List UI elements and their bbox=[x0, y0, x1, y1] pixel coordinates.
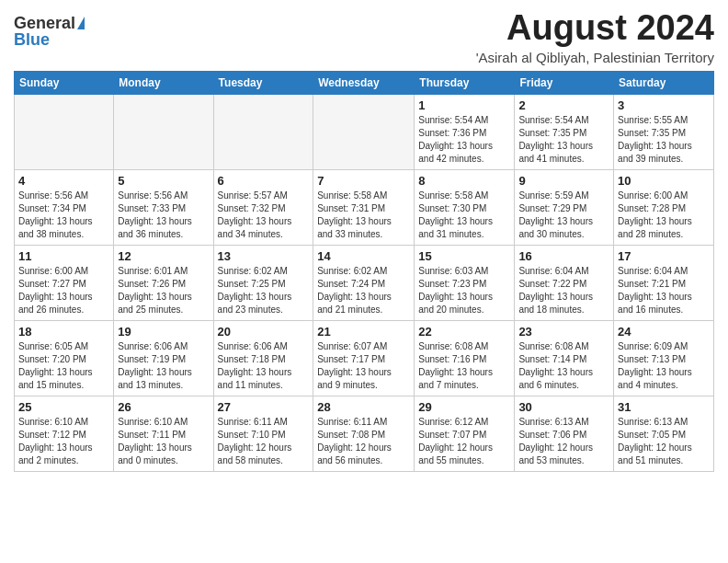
day-info: Sunrise: 6:13 AM Sunset: 7:06 PM Dayligh… bbox=[518, 416, 609, 467]
logo: General Blue bbox=[14, 15, 85, 48]
logo-blue-text: Blue bbox=[14, 31, 50, 48]
day-number: 6 bbox=[218, 174, 310, 188]
day-info: Sunrise: 6:08 AM Sunset: 7:14 PM Dayligh… bbox=[518, 340, 609, 392]
day-number: 13 bbox=[218, 249, 310, 263]
calendar-cell bbox=[15, 94, 114, 169]
day-info: Sunrise: 6:00 AM Sunset: 7:27 PM Dayligh… bbox=[18, 265, 109, 316]
calendar-cell: 2Sunrise: 5:54 AM Sunset: 7:35 PM Daylig… bbox=[515, 94, 614, 169]
day-info: Sunrise: 5:55 AM Sunset: 7:35 PM Dayligh… bbox=[618, 114, 710, 166]
calendar-cell: 11Sunrise: 6:00 AM Sunset: 7:27 PM Dayli… bbox=[15, 245, 114, 320]
calendar-cell: 1Sunrise: 5:54 AM Sunset: 7:36 PM Daylig… bbox=[415, 94, 515, 169]
calendar-cell: 30Sunrise: 6:13 AM Sunset: 7:06 PM Dayli… bbox=[515, 396, 614, 471]
calendar-cell bbox=[313, 94, 415, 169]
day-number: 1 bbox=[418, 98, 510, 112]
calendar-cell: 6Sunrise: 5:57 AM Sunset: 7:32 PM Daylig… bbox=[213, 169, 313, 245]
calendar-cell: 3Sunrise: 5:55 AM Sunset: 7:35 PM Daylig… bbox=[614, 94, 714, 169]
day-number: 12 bbox=[118, 249, 209, 263]
calendar-cell: 19Sunrise: 6:06 AM Sunset: 7:19 PM Dayli… bbox=[114, 320, 213, 396]
calendar-header-row: SundayMondayTuesdayWednesdayThursdayFrid… bbox=[15, 71, 714, 94]
calendar-cell: 7Sunrise: 5:58 AM Sunset: 7:31 PM Daylig… bbox=[313, 169, 415, 245]
day-info: Sunrise: 6:02 AM Sunset: 7:25 PM Dayligh… bbox=[218, 265, 310, 316]
calendar-cell: 24Sunrise: 6:09 AM Sunset: 7:13 PM Dayli… bbox=[614, 320, 714, 396]
day-number: 3 bbox=[618, 98, 710, 112]
calendar-cell: 31Sunrise: 6:13 AM Sunset: 7:05 PM Dayli… bbox=[614, 396, 714, 471]
logo-triangle-icon bbox=[77, 17, 85, 29]
day-info: Sunrise: 6:04 AM Sunset: 7:21 PM Dayligh… bbox=[618, 265, 710, 316]
day-number: 20 bbox=[218, 325, 310, 339]
weekday-header-friday: Friday bbox=[515, 71, 614, 94]
calendar-cell: 20Sunrise: 6:06 AM Sunset: 7:18 PM Dayli… bbox=[213, 320, 313, 396]
day-info: Sunrise: 6:11 AM Sunset: 7:10 PM Dayligh… bbox=[218, 416, 310, 467]
day-info: Sunrise: 5:56 AM Sunset: 7:34 PM Dayligh… bbox=[18, 190, 109, 241]
weekday-header-thursday: Thursday bbox=[415, 71, 515, 94]
day-number: 28 bbox=[317, 400, 410, 414]
day-number: 19 bbox=[118, 325, 209, 339]
calendar-table: SundayMondayTuesdayWednesdayThursdayFrid… bbox=[14, 71, 714, 472]
day-info: Sunrise: 6:03 AM Sunset: 7:23 PM Dayligh… bbox=[418, 265, 510, 316]
week-row-3: 11Sunrise: 6:00 AM Sunset: 7:27 PM Dayli… bbox=[15, 245, 714, 320]
calendar-cell: 8Sunrise: 5:58 AM Sunset: 7:30 PM Daylig… bbox=[415, 169, 515, 245]
day-info: Sunrise: 6:00 AM Sunset: 7:28 PM Dayligh… bbox=[618, 190, 710, 241]
day-info: Sunrise: 5:56 AM Sunset: 7:33 PM Dayligh… bbox=[118, 190, 209, 241]
day-number: 8 bbox=[418, 174, 510, 188]
calendar-title: August 2024 bbox=[476, 9, 714, 48]
calendar-cell: 21Sunrise: 6:07 AM Sunset: 7:17 PM Dayli… bbox=[313, 320, 415, 396]
day-number: 29 bbox=[418, 400, 510, 414]
day-info: Sunrise: 6:09 AM Sunset: 7:13 PM Dayligh… bbox=[618, 340, 710, 392]
day-number: 24 bbox=[618, 325, 710, 339]
day-number: 17 bbox=[618, 249, 710, 263]
calendar-cell: 12Sunrise: 6:01 AM Sunset: 7:26 PM Dayli… bbox=[114, 245, 213, 320]
week-row-2: 4Sunrise: 5:56 AM Sunset: 7:34 PM Daylig… bbox=[15, 169, 714, 245]
calendar-cell: 14Sunrise: 6:02 AM Sunset: 7:24 PM Dayli… bbox=[313, 245, 415, 320]
day-number: 5 bbox=[118, 174, 209, 188]
day-number: 15 bbox=[418, 249, 510, 263]
day-number: 9 bbox=[518, 174, 609, 188]
calendar-cell: 5Sunrise: 5:56 AM Sunset: 7:33 PM Daylig… bbox=[114, 169, 213, 245]
day-number: 23 bbox=[518, 325, 609, 339]
day-number: 10 bbox=[618, 174, 710, 188]
day-info: Sunrise: 5:57 AM Sunset: 7:32 PM Dayligh… bbox=[218, 190, 310, 241]
day-info: Sunrise: 5:59 AM Sunset: 7:29 PM Dayligh… bbox=[518, 190, 609, 241]
day-info: Sunrise: 6:06 AM Sunset: 7:18 PM Dayligh… bbox=[218, 340, 310, 392]
day-info: Sunrise: 5:54 AM Sunset: 7:36 PM Dayligh… bbox=[418, 114, 510, 166]
day-number: 14 bbox=[317, 249, 410, 263]
day-info: Sunrise: 6:08 AM Sunset: 7:16 PM Dayligh… bbox=[418, 340, 510, 392]
day-number: 26 bbox=[118, 400, 209, 414]
day-info: Sunrise: 5:58 AM Sunset: 7:30 PM Dayligh… bbox=[418, 190, 510, 241]
weekday-header-tuesday: Tuesday bbox=[213, 71, 313, 94]
day-info: Sunrise: 5:54 AM Sunset: 7:35 PM Dayligh… bbox=[518, 114, 609, 166]
weekday-header-wednesday: Wednesday bbox=[313, 71, 415, 94]
calendar-cell bbox=[213, 94, 313, 169]
day-info: Sunrise: 6:13 AM Sunset: 7:05 PM Dayligh… bbox=[618, 416, 710, 467]
day-info: Sunrise: 6:07 AM Sunset: 7:17 PM Dayligh… bbox=[317, 340, 410, 392]
title-section: August 2024 'Asirah al Qibliyah, Palesti… bbox=[476, 9, 714, 65]
calendar-cell: 15Sunrise: 6:03 AM Sunset: 7:23 PM Dayli… bbox=[415, 245, 515, 320]
calendar-cell: 17Sunrise: 6:04 AM Sunset: 7:21 PM Dayli… bbox=[614, 245, 714, 320]
calendar-cell: 23Sunrise: 6:08 AM Sunset: 7:14 PM Dayli… bbox=[515, 320, 614, 396]
weekday-header-sunday: Sunday bbox=[15, 71, 114, 94]
week-row-1: 1Sunrise: 5:54 AM Sunset: 7:36 PM Daylig… bbox=[15, 94, 714, 169]
day-info: Sunrise: 6:02 AM Sunset: 7:24 PM Dayligh… bbox=[317, 265, 410, 316]
day-info: Sunrise: 6:10 AM Sunset: 7:11 PM Dayligh… bbox=[118, 416, 209, 467]
day-info: Sunrise: 6:04 AM Sunset: 7:22 PM Dayligh… bbox=[518, 265, 609, 316]
day-info: Sunrise: 6:05 AM Sunset: 7:20 PM Dayligh… bbox=[18, 340, 109, 392]
calendar-cell: 4Sunrise: 5:56 AM Sunset: 7:34 PM Daylig… bbox=[15, 169, 114, 245]
calendar-cell: 29Sunrise: 6:12 AM Sunset: 7:07 PM Dayli… bbox=[415, 396, 515, 471]
day-info: Sunrise: 6:10 AM Sunset: 7:12 PM Dayligh… bbox=[18, 416, 109, 467]
day-number: 2 bbox=[518, 98, 609, 112]
day-number: 11 bbox=[18, 249, 109, 263]
day-number: 30 bbox=[518, 400, 609, 414]
page-header: General Blue August 2024 'Asirah al Qibl… bbox=[14, 9, 714, 65]
week-row-4: 18Sunrise: 6:05 AM Sunset: 7:20 PM Dayli… bbox=[15, 320, 714, 396]
calendar-cell: 25Sunrise: 6:10 AM Sunset: 7:12 PM Dayli… bbox=[15, 396, 114, 471]
day-number: 25 bbox=[18, 400, 109, 414]
day-info: Sunrise: 6:06 AM Sunset: 7:19 PM Dayligh… bbox=[118, 340, 209, 392]
calendar-cell: 18Sunrise: 6:05 AM Sunset: 7:20 PM Dayli… bbox=[15, 320, 114, 396]
day-info: Sunrise: 6:12 AM Sunset: 7:07 PM Dayligh… bbox=[418, 416, 510, 467]
calendar-cell: 22Sunrise: 6:08 AM Sunset: 7:16 PM Dayli… bbox=[415, 320, 515, 396]
calendar-cell: 28Sunrise: 6:11 AM Sunset: 7:08 PM Dayli… bbox=[313, 396, 415, 471]
calendar-cell: 16Sunrise: 6:04 AM Sunset: 7:22 PM Dayli… bbox=[515, 245, 614, 320]
day-number: 31 bbox=[618, 400, 710, 414]
logo-general-text: General bbox=[14, 15, 75, 31]
day-number: 7 bbox=[317, 174, 410, 188]
